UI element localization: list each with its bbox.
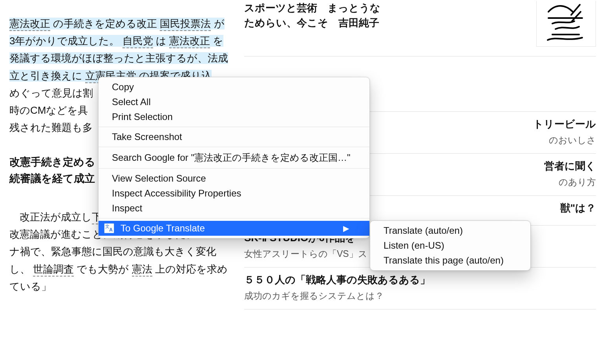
- featured-item[interactable]: スポーツと芸術 まっとうなためらい、今こそ 吉田純子: [244, 0, 596, 51]
- menu-separator: [99, 168, 369, 169]
- list-item-title: ５５０人の「戦略人事の失敗あるある」: [244, 273, 596, 287]
- linked-term[interactable]: 憲法: [132, 263, 152, 277]
- submenu-item-listen-en-us[interactable]: Listen (en-US): [370, 238, 530, 253]
- menu-separator: [99, 218, 369, 218]
- menu-item-inspect[interactable]: Inspect: [99, 201, 369, 216]
- subheading-line: 改憲手続き定める: [9, 156, 95, 168]
- linked-term[interactable]: 国民投票法: [160, 18, 211, 31]
- submenu-item-translate-auto-en[interactable]: Translate (auto/en): [370, 223, 530, 238]
- menu-item-select-all[interactable]: Select All: [99, 95, 369, 109]
- linked-term[interactable]: 自民党: [122, 35, 153, 48]
- translate-icon: [104, 223, 114, 233]
- article-text: でも大勢が: [74, 263, 132, 275]
- article-text: の手続きを定める改正: [50, 18, 160, 29]
- featured-item-logo: [536, 1, 596, 47]
- menu-item-print-selection[interactable]: Print Selection: [99, 109, 369, 124]
- article-text: めぐって意見は割: [9, 87, 93, 99]
- menu-item-view-selection-source[interactable]: View Selection Source: [99, 171, 369, 186]
- list-item-subtitle: 成功のカギを握るシステムとは？: [244, 290, 596, 302]
- menu-separator: [99, 147, 369, 147]
- menu-item-copy[interactable]: Copy: [99, 80, 369, 95]
- article-text: は: [153, 35, 169, 47]
- featured-item-title: スポーツと芸術 まっとうなためらい、今こそ 吉田純子: [244, 1, 386, 30]
- subheading-line: 続審議を経て成立: [9, 173, 95, 184]
- menu-item-search-google-for[interactable]: Search Google for "憲法改正の手続きを定める改正国…": [99, 149, 369, 166]
- menu-item-label: To Google Translate: [121, 223, 205, 234]
- menu-item-inspect-accessibility-properties[interactable]: Inspect Accessibility Properties: [99, 186, 369, 201]
- divider: [244, 56, 596, 56]
- menu-item-take-screenshot[interactable]: Take Screenshot: [99, 129, 369, 144]
- submenu-item-translate-this-page-auto-en[interactable]: Translate this page (auto/en): [370, 253, 530, 268]
- article-text: 改正法が成立し: [9, 211, 92, 223]
- linked-term[interactable]: 憲法改正: [169, 35, 210, 48]
- article-text: 残された難題も多: [9, 122, 93, 133]
- context-menu[interactable]: CopySelect AllPrint SelectionTake Screen…: [98, 77, 370, 238]
- menu-item-to-google-translate[interactable]: To Google Translate▶: [99, 221, 369, 236]
- list-item[interactable]: ５５０人の「戦略人事の失敗あるある」成功のカギを握るシステムとは？: [244, 268, 596, 309]
- submenu-arrow-icon: ▶: [343, 224, 349, 233]
- translate-submenu[interactable]: Translate (auto/en)Listen (en-US)Transla…: [370, 220, 531, 271]
- article-text: 時のCMなどを具: [9, 104, 88, 116]
- linked-term[interactable]: 世論調査: [33, 263, 74, 277]
- menu-separator: [99, 127, 369, 127]
- linked-term[interactable]: 憲法改正: [9, 18, 50, 31]
